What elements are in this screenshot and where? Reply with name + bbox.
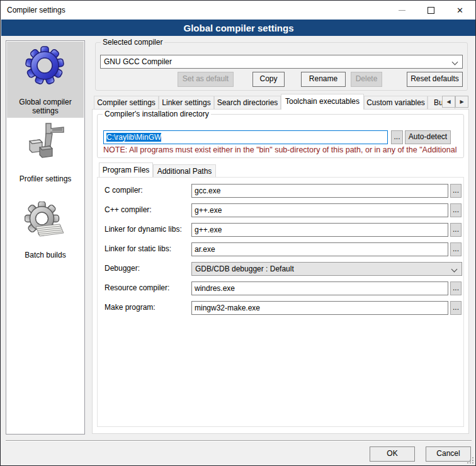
resource-compiler-browse-button[interactable]: ...	[450, 281, 462, 295]
tab-search-directories[interactable]: Search directories	[214, 96, 281, 109]
debugger-label: Debugger:	[105, 264, 140, 273]
footer-divider	[6, 440, 472, 441]
tab-additional-paths[interactable]: Additional Paths	[153, 164, 216, 177]
window-title: Compiler settings	[7, 6, 65, 14]
tab-program-files[interactable]: Program Files	[99, 162, 153, 177]
install-dir-group-label: Compiler's installation directory	[103, 110, 211, 118]
resource-compiler-label: Resource compiler:	[105, 283, 169, 292]
sidebar-item-batch-builds[interactable]: Batch builds	[6, 251, 84, 259]
chevron-down-icon	[451, 266, 458, 273]
static-linker-label: Linker for static libs:	[105, 244, 171, 253]
tab-scroll-left-button[interactable]: ◀	[442, 96, 455, 108]
make-program-label: Make program:	[105, 303, 156, 312]
delete-button[interactable]: Delete	[351, 72, 382, 87]
maximize-button[interactable]	[416, 1, 445, 20]
settings-sidebar: Global compiler settings Profiler settin…	[6, 40, 85, 435]
scroll-right-icon: ▶	[460, 99, 463, 105]
install-dir-browse-button[interactable]: ...	[391, 130, 403, 144]
compiler-settings-dialog: Compiler settings ✕ Global compiler sett…	[0, 0, 476, 466]
tab-linker-settings[interactable]: Linker settings	[159, 96, 214, 109]
cpp-compiler-browse-button[interactable]: ...	[450, 203, 462, 217]
sidebar-item-profiler-settings[interactable]: Profiler settings	[6, 174, 84, 183]
note-text: NOTE: All programs must exist either in …	[103, 145, 463, 154]
c-compiler-label: C compiler:	[105, 186, 143, 195]
static-linker-browse-button[interactable]: ...	[450, 242, 462, 256]
cancel-button[interactable]: Cancel	[426, 446, 471, 462]
install-dir-input[interactable]: C:\raylib\MinGW	[103, 130, 388, 144]
debugger-select-value: GDB/CDB debugger : Default	[195, 264, 294, 273]
close-button[interactable]: ✕	[445, 1, 475, 20]
resource-compiler-input[interactable]: windres.exe	[191, 281, 448, 295]
chevron-down-icon	[452, 59, 458, 65]
c-compiler-input[interactable]: gcc.exe	[191, 184, 448, 198]
tab-compiler-settings[interactable]: Compiler settings	[94, 96, 159, 109]
minimize-icon	[399, 10, 405, 11]
copy-button[interactable]: Copy	[252, 72, 285, 87]
dynamic-linker-input[interactable]: g++.exe	[191, 223, 448, 237]
minimize-button[interactable]	[387, 1, 416, 20]
rename-button[interactable]: Rename	[301, 72, 346, 87]
caliper-icon[interactable]	[25, 122, 65, 162]
dialog-banner: Global compiler settings	[1, 20, 476, 36]
set-as-default-button[interactable]: Set as default	[178, 72, 234, 87]
make-program-browse-button[interactable]: ...	[450, 301, 462, 315]
install-dir-selected-text: C:\raylib\MinGW	[106, 133, 161, 142]
blue-gear-icon[interactable]	[25, 45, 65, 86]
c-compiler-browse-button[interactable]: ...	[450, 184, 462, 198]
compiler-combobox-value: GNU GCC Compiler	[104, 57, 172, 66]
debugger-select[interactable]: GDB/CDB debugger : Default	[191, 262, 462, 276]
resize-grip[interactable]	[467, 457, 473, 463]
maximize-icon	[428, 7, 434, 14]
dynamic-linker-browse-button[interactable]: ...	[450, 223, 462, 237]
tab-scroll-right-button[interactable]: ▶	[455, 96, 468, 108]
page-title: Global compiler settings	[183, 23, 293, 33]
cpp-compiler-label: C++ compiler:	[105, 205, 152, 214]
gray-gear-icon[interactable]	[25, 202, 65, 242]
dynamic-linker-label: Linker for dynamic libs:	[105, 225, 182, 234]
close-icon: ✕	[456, 6, 463, 14]
static-linker-input[interactable]: ar.exe	[191, 242, 448, 256]
tab-custom-variables[interactable]: Custom variables	[364, 96, 428, 109]
auto-detect-button[interactable]: Auto-detect	[405, 130, 451, 144]
ok-button[interactable]: OK	[370, 446, 415, 462]
cpp-compiler-input[interactable]: g++.exe	[191, 203, 448, 217]
scroll-left-icon: ◀	[446, 99, 450, 105]
compiler-combobox[interactable]: GNU GCC Compiler	[100, 55, 463, 69]
reset-defaults-button[interactable]: Reset defaults	[407, 72, 463, 87]
sidebar-item-label[interactable]: Global compiler settings	[6, 98, 84, 115]
make-program-input[interactable]: mingw32-make.exe	[191, 301, 448, 315]
selected-compiler-group-label: Selected compiler	[101, 38, 164, 47]
tab-toolchain-executables[interactable]: Toolchain executables	[281, 94, 364, 110]
title-bar: Compiler settings ✕	[1, 1, 475, 20]
